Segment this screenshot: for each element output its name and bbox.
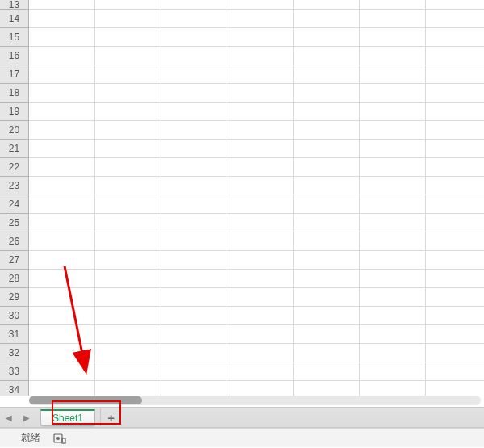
cell[interactable] [161,121,227,140]
cell[interactable] [227,362,294,381]
cell[interactable] [426,65,484,84]
cell[interactable] [426,10,484,28]
macro-record-icon[interactable] [53,433,66,444]
cell[interactable] [95,121,161,140]
row-header[interactable]: 21 [0,140,29,158]
cell[interactable] [95,251,161,270]
cell[interactable] [360,121,426,140]
cell[interactable] [360,84,426,103]
cell[interactable] [29,307,95,325]
cell[interactable] [227,103,294,121]
cell[interactable] [360,270,426,288]
cell[interactable] [294,195,360,214]
cell[interactable] [227,195,294,214]
cell[interactable] [360,158,426,177]
cell[interactable] [29,344,95,362]
cell[interactable] [294,251,360,270]
cell[interactable] [426,84,484,103]
row-header[interactable]: 33 [0,362,29,381]
cell[interactable] [227,10,294,28]
cell[interactable] [95,47,161,65]
cell[interactable] [29,121,95,140]
row-header[interactable]: 23 [0,177,29,195]
cell[interactable] [95,325,161,344]
cell[interactable] [161,47,227,65]
prev-sheet-button[interactable]: ◀ [0,408,18,426]
cell[interactable] [426,177,484,195]
cell[interactable] [227,381,294,396]
cell[interactable] [29,158,95,177]
cell[interactable] [29,140,95,158]
cell[interactable] [161,251,227,270]
row-header[interactable]: 19 [0,103,29,121]
cell[interactable] [161,270,227,288]
row-header[interactable]: 16 [0,47,29,65]
cell[interactable] [29,232,95,251]
cell[interactable] [29,0,95,10]
cell[interactable] [161,362,227,381]
cell[interactable] [360,381,426,396]
cell[interactable] [360,344,426,362]
cell[interactable] [360,195,426,214]
cell[interactable] [426,381,484,396]
cell[interactable] [360,251,426,270]
cell[interactable] [360,362,426,381]
cell[interactable] [95,140,161,158]
cell[interactable] [29,381,95,396]
cell[interactable] [29,214,95,232]
cell[interactable] [161,28,227,47]
cell[interactable] [29,270,95,288]
cell[interactable] [360,140,426,158]
cell[interactable] [95,307,161,325]
cell[interactable] [227,232,294,251]
cell[interactable] [227,121,294,140]
cell[interactable] [161,140,227,158]
cell[interactable] [227,344,294,362]
cell[interactable] [227,325,294,344]
cell[interactable] [95,232,161,251]
cell[interactable] [294,325,360,344]
cell[interactable] [227,177,294,195]
row-header[interactable]: 28 [0,270,29,288]
row-header[interactable]: 32 [0,344,29,362]
cell[interactable] [227,307,294,325]
sheet-tab-sheet1[interactable]: Sheet1 [40,409,95,426]
cell[interactable] [426,344,484,362]
cell[interactable] [294,177,360,195]
cell[interactable] [360,214,426,232]
cell[interactable] [426,232,484,251]
cell[interactable] [161,307,227,325]
cell[interactable] [426,325,484,344]
cell[interactable] [161,195,227,214]
cell[interactable] [294,65,360,84]
cell[interactable] [227,140,294,158]
cell[interactable] [29,47,95,65]
cell[interactable] [161,344,227,362]
cell[interactable] [95,214,161,232]
cell[interactable] [294,307,360,325]
cell[interactable] [426,121,484,140]
row-header[interactable]: 24 [0,195,29,214]
cell[interactable] [95,0,161,10]
cell[interactable] [95,362,161,381]
cell[interactable] [294,214,360,232]
cell[interactable] [294,344,360,362]
cell[interactable] [29,288,95,307]
cell[interactable] [294,140,360,158]
cell[interactable] [95,195,161,214]
cell[interactable] [95,344,161,362]
cell[interactable] [29,195,95,214]
cell[interactable] [360,177,426,195]
cell[interactable] [360,10,426,28]
cell[interactable] [161,325,227,344]
cell[interactable] [294,362,360,381]
row-header[interactable]: 17 [0,65,29,84]
cell[interactable] [426,362,484,381]
add-sheet-button[interactable]: + [100,408,121,426]
row-header[interactable]: 13 [0,0,29,10]
cell[interactable] [161,232,227,251]
cell[interactable] [360,307,426,325]
cell[interactable] [95,270,161,288]
cell[interactable] [360,0,426,10]
cell[interactable] [227,288,294,307]
